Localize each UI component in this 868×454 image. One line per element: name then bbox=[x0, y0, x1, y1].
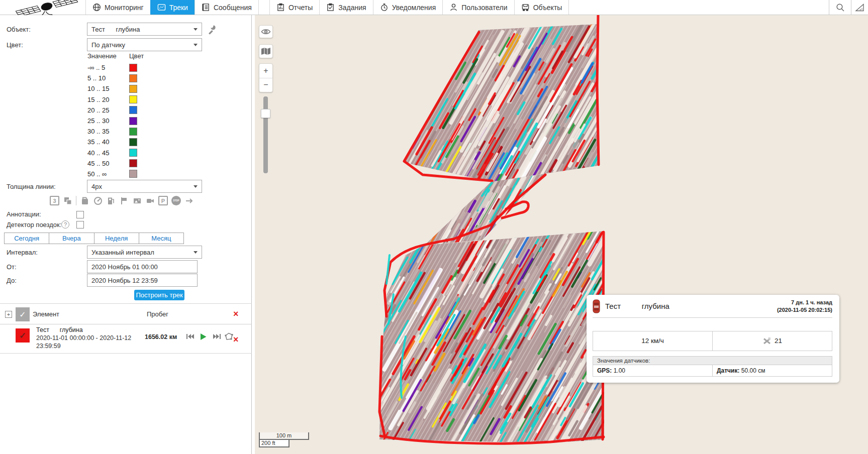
color-mode-value: По датчику bbox=[91, 41, 190, 49]
parkings-button[interactable]: P bbox=[158, 196, 168, 205]
chevron-down-icon bbox=[194, 185, 198, 188]
track-name: Тест глубина bbox=[36, 326, 83, 333]
legend-row: 40 .. 45 bbox=[87, 148, 144, 158]
line-width-select[interactable]: 4px bbox=[87, 180, 202, 193]
line-width-value: 4px bbox=[91, 183, 190, 190]
track-mileage: 1656.02 км bbox=[145, 333, 177, 340]
tab-label: Мониторинг bbox=[105, 4, 144, 12]
layers-icon bbox=[63, 196, 72, 205]
legend-range: 40 .. 45 bbox=[87, 149, 129, 157]
interval-week-button[interactable]: Неделя bbox=[94, 233, 139, 244]
tab-reports[interactable]: Отчеты bbox=[269, 0, 319, 15]
color-swatch bbox=[129, 149, 137, 157]
interval-value: Указанный интервал bbox=[91, 249, 190, 256]
events-button[interactable] bbox=[119, 196, 129, 205]
zoom-control: + − bbox=[259, 63, 273, 92]
search-button[interactable] bbox=[829, 0, 851, 15]
direction-arrows-button[interactable] bbox=[184, 196, 194, 205]
color-swatch bbox=[129, 138, 137, 146]
tooltip-sensors: Значения датчиков: GPS: 1.00 Датчик: 50.… bbox=[593, 356, 832, 377]
interval-yesterday-button[interactable]: Вчера bbox=[49, 233, 93, 244]
image-icon bbox=[133, 196, 142, 205]
track-layer-toolbar: 3 bbox=[50, 196, 194, 205]
main-tabs: Мониторинг Треки Сообщения bbox=[85, 0, 569, 15]
video-button[interactable] bbox=[145, 196, 155, 205]
trip-detector-label: Детектор поездок: bbox=[7, 221, 61, 229]
tracks-icon bbox=[157, 3, 166, 12]
tab-messages[interactable]: Сообщения bbox=[195, 0, 258, 15]
object-select[interactable]: Тест глубина bbox=[87, 23, 202, 36]
alarm-clock-icon bbox=[380, 3, 389, 12]
zoom-slider-handle[interactable] bbox=[261, 109, 270, 118]
eye-icon bbox=[261, 28, 271, 35]
tab-units[interactable]: Объекты bbox=[514, 0, 569, 15]
track-list-header: + ✓ Элемент Пробег × bbox=[0, 303, 252, 324]
zoom-slider-track[interactable] bbox=[263, 96, 268, 173]
object-label: Объект: bbox=[7, 26, 31, 33]
playback-play-button[interactable] bbox=[199, 332, 208, 343]
map-area[interactable]: + − 100 m 200 ft Тест глубина 7 дн. 1 ч.… bbox=[255, 15, 868, 454]
sensor-gps-value: 1.00 bbox=[612, 367, 625, 374]
build-track-button[interactable]: Построить трек bbox=[134, 290, 184, 300]
zoom-in-button[interactable]: + bbox=[259, 64, 272, 78]
playback-skip-forward-button[interactable] bbox=[213, 332, 221, 342]
stops-button[interactable]: STOP bbox=[171, 196, 181, 205]
select-area-lasso-button[interactable] bbox=[224, 332, 234, 343]
tasks-icon bbox=[326, 3, 335, 12]
remove-all-tracks-button[interactable]: × bbox=[233, 309, 239, 318]
track-visibility-checkbox[interactable]: ✓ bbox=[16, 328, 30, 343]
tooltip-unit-name: Тест глубина bbox=[605, 302, 669, 310]
map-source-button[interactable] bbox=[259, 44, 273, 58]
trip-detector-checkbox[interactable] bbox=[76, 221, 84, 229]
color-swatch bbox=[129, 85, 137, 93]
legend-row: 5 .. 10 bbox=[87, 73, 144, 83]
tab-label: Уведомления bbox=[392, 4, 436, 12]
legend-color-header: Цвет bbox=[129, 52, 144, 60]
legend-range: 10 .. 15 bbox=[87, 85, 129, 92]
fillings-button[interactable] bbox=[106, 196, 116, 205]
from-date-input[interactable]: 2020 Ноябрь 01 00:00 bbox=[87, 260, 198, 273]
tab-tracks[interactable]: Треки bbox=[150, 0, 195, 15]
photos-button[interactable] bbox=[132, 196, 142, 205]
to-date-input[interactable]: 2020 Ноябрь 12 23:59 bbox=[87, 274, 198, 287]
speedings-button[interactable] bbox=[93, 196, 103, 205]
group-layers-button[interactable] bbox=[63, 196, 72, 205]
remove-track-button[interactable]: × bbox=[233, 335, 239, 344]
track-settings-wrench-button[interactable] bbox=[207, 24, 218, 35]
trip-detector-help-button[interactable]: ? bbox=[61, 220, 69, 229]
sensor-depth-label: Датчик: bbox=[717, 367, 739, 374]
tooltip-header: Тест глубина 7 дн. 1 ч. назад (2020-11-0… bbox=[593, 299, 832, 318]
reports-icon bbox=[276, 3, 285, 12]
playback-skip-back-button[interactable] bbox=[186, 332, 195, 342]
legend-row: 50 .. ∞ bbox=[87, 169, 144, 179]
legend-row: 20 .. 25 bbox=[87, 105, 144, 116]
markers-count-button[interactable]: 3 bbox=[50, 196, 59, 205]
tab-tasks[interactable]: Задания bbox=[319, 0, 372, 15]
skip-forward-icon bbox=[213, 332, 221, 340]
legend-range: 25 .. 30 bbox=[87, 117, 129, 125]
measure-tool-button[interactable] bbox=[851, 0, 868, 15]
tab-notifications[interactable]: Уведомления bbox=[373, 0, 443, 15]
interval-select[interactable]: Указанный интервал bbox=[87, 246, 202, 259]
unit-tooltip: Тест глубина 7 дн. 1 ч. назад (2020-11-0… bbox=[587, 295, 839, 383]
speedometer-icon bbox=[93, 196, 103, 205]
interval-month-button[interactable]: Месяц bbox=[139, 233, 183, 244]
sensor-gps-label: GPS: bbox=[597, 367, 612, 374]
expand-all-button[interactable]: + bbox=[5, 311, 12, 318]
visibility-layers-button[interactable] bbox=[259, 25, 273, 38]
flag-icon bbox=[120, 196, 129, 205]
tooltip-speed: 12 км/ч bbox=[641, 337, 664, 345]
annotations-checkbox[interactable] bbox=[76, 211, 84, 218]
zoom-out-button[interactable]: − bbox=[259, 78, 272, 92]
tab-users[interactable]: Пользователи bbox=[442, 0, 514, 15]
tooltip-satellites-count: 21 bbox=[775, 337, 782, 345]
legend-range: 30 .. 35 bbox=[87, 128, 129, 135]
fuel-theft-button[interactable] bbox=[80, 196, 89, 205]
sensors-header: Значения датчиков: bbox=[593, 357, 832, 365]
interval-today-button[interactable]: Сегодня bbox=[5, 233, 49, 244]
select-all-checkbox[interactable]: ✓ bbox=[16, 307, 30, 321]
tab-monitoring[interactable]: Мониторинг bbox=[85, 0, 150, 15]
toolbar-separator bbox=[76, 196, 76, 205]
legend-range: 45 .. 50 bbox=[87, 160, 129, 167]
legend-header: Значение Цвет bbox=[87, 49, 144, 62]
